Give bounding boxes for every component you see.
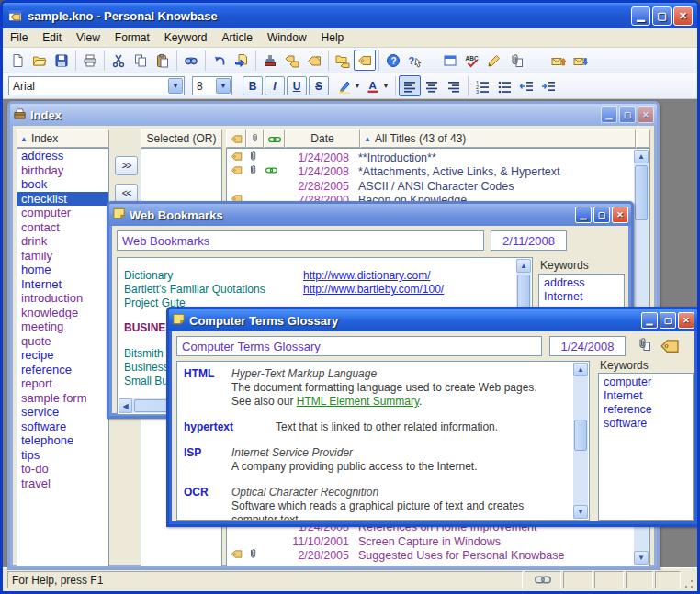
attachments-icon[interactable]	[505, 50, 527, 71]
underline-button[interactable]: U	[287, 76, 307, 95]
article-title[interactable]: Screen Capture in Windows	[353, 535, 501, 548]
keyword-item[interactable]: birthday	[17, 163, 108, 178]
spell-check-icon[interactable]: ABC	[461, 50, 483, 71]
keyword-item[interactable]: address	[17, 149, 108, 163]
keyword-item[interactable]: service	[17, 405, 108, 420]
keyword-item[interactable]: to-do	[17, 462, 108, 476]
keyword-item[interactable]: quote	[17, 334, 108, 349]
paste-icon[interactable]	[152, 50, 174, 71]
align-left-icon[interactable]	[399, 75, 421, 96]
highlight-dropdown-icon[interactable]: ▼	[354, 82, 361, 90]
font-color-icon[interactable]: A	[364, 75, 382, 96]
bookmarks-maximize-button[interactable]: ▢	[593, 207, 610, 223]
keyword-item[interactable]: Internet	[604, 389, 688, 403]
highlight-pen-icon[interactable]	[335, 75, 354, 96]
menu-item-keyword[interactable]: Keyword	[157, 29, 215, 46]
article-title[interactable]: Suggested Uses for Personal Knowbase	[353, 549, 564, 562]
article-title[interactable]: **Introduction**	[353, 151, 436, 164]
keyword-item[interactable]: knowledge	[17, 306, 108, 320]
menu-item-format[interactable]: Format	[107, 29, 157, 46]
bookmark-link[interactable]: http://www.dictionary.com/	[303, 269, 431, 283]
view-article-icon[interactable]	[354, 50, 376, 71]
scrollbar-thumb[interactable]	[517, 275, 530, 311]
outdent-icon[interactable]	[515, 75, 537, 96]
strikethrough-button[interactable]: S	[309, 76, 329, 95]
keyword-item[interactable]: computer	[17, 206, 108, 220]
index-maximize-button[interactable]: ▢	[619, 106, 636, 123]
find-icon[interactable]	[180, 50, 202, 71]
keyword-item[interactable]: meeting	[17, 319, 108, 334]
italic-button[interactable]: I	[265, 76, 285, 95]
index-minimize-button[interactable]: ▁	[601, 106, 617, 123]
keyword-item[interactable]: reference	[604, 403, 688, 417]
new-file-icon[interactable]	[6, 50, 28, 71]
table-row[interactable]: 1/24/2008**Introduction**	[227, 151, 649, 165]
glossary-link[interactable]: HTML Element Summary	[297, 395, 419, 408]
keyword-item[interactable]: Internet	[544, 290, 619, 304]
paste-date-icon[interactable]	[231, 50, 253, 71]
keyword-item[interactable]: reference	[17, 363, 108, 377]
cut-icon[interactable]	[107, 50, 130, 71]
menu-item-window[interactable]: Window	[260, 29, 314, 46]
font-name-combo[interactable]: Arial ▼	[8, 76, 185, 95]
align-center-icon[interactable]	[421, 75, 443, 96]
add-keyword-filter-button[interactable]: >>	[115, 156, 138, 175]
new-article-icon[interactable]	[332, 50, 354, 71]
scrollbar-thumb[interactable]	[574, 420, 587, 451]
article-window-icon[interactable]	[439, 50, 461, 71]
remove-keyword-filter-button[interactable]: <<	[115, 184, 138, 203]
help-icon[interactable]: ?	[382, 50, 404, 71]
merge-article-icon[interactable]	[303, 50, 325, 71]
table-row[interactable]: 2/28/2005ASCII / ANSI Character Codes	[227, 179, 649, 194]
font-size-combo[interactable]: 8 ▼	[192, 76, 232, 95]
keyword-item[interactable]: contact	[17, 220, 108, 235]
keyword-item[interactable]: address	[544, 276, 619, 290]
glossary-date-field[interactable]: 1/24/2008	[549, 336, 626, 356]
keyword-item[interactable]: Internet	[17, 277, 108, 292]
glossary-content[interactable]: HTMLHyper-Text Markup LanguageThe docume…	[176, 361, 590, 521]
open-file-icon[interactable]	[28, 50, 51, 71]
keyword-item[interactable]: travel	[17, 476, 108, 491]
keyword-item[interactable]: software	[604, 417, 688, 431]
numbered-list-icon[interactable]: 123	[471, 75, 493, 96]
attachment-column-header[interactable]	[246, 129, 264, 148]
glossary-scrollbar[interactable]: ▲ ▼	[573, 363, 588, 519]
chevron-down-icon[interactable]: ▼	[168, 78, 183, 94]
scroll-up-icon[interactable]: ▲	[516, 259, 531, 273]
scroll-up-icon[interactable]: ▲	[573, 363, 588, 376]
scroll-up-icon[interactable]: ▲	[634, 150, 649, 163]
bookmarks-title-field[interactable]: Web Bookmarks	[117, 230, 484, 251]
scroll-down-icon[interactable]: ▼	[634, 551, 649, 565]
scroll-down-icon[interactable]: ▼	[573, 505, 588, 519]
tag-column-header[interactable]	[226, 129, 246, 148]
keyword-editor-icon[interactable]	[483, 50, 505, 71]
align-right-icon[interactable]	[443, 75, 465, 96]
bold-button[interactable]: B	[243, 76, 263, 95]
keyword-item[interactable]: drink	[17, 234, 108, 249]
chevron-down-icon[interactable]: ▼	[216, 78, 231, 94]
glossary-maximize-button[interactable]: ▢	[660, 312, 676, 329]
selected-column-header[interactable]: Selected (OR)	[141, 129, 222, 148]
keyword-item[interactable]: computer	[604, 375, 688, 389]
keyword-item[interactable]: introduction	[17, 291, 108, 306]
keyword-item[interactable]: recipe	[17, 348, 108, 363]
menu-item-file[interactable]: File	[3, 29, 35, 46]
indent-icon[interactable]	[537, 75, 559, 96]
link-column-header[interactable]	[264, 129, 285, 148]
keyword-item[interactable]: book	[17, 177, 108, 192]
keyword-item[interactable]: tips	[17, 448, 108, 463]
copy-icon[interactable]	[130, 50, 152, 71]
menu-item-view[interactable]: View	[69, 29, 107, 46]
scrollbar-thumb[interactable]	[635, 165, 648, 220]
bookmarks-minimize-button[interactable]: ▁	[575, 207, 592, 223]
date-column-header[interactable]: Date	[285, 129, 360, 148]
bookmark-link[interactable]: http://www.bartleby.com/100/	[303, 283, 444, 297]
minimize-button[interactable]: ▁	[631, 6, 650, 26]
context-help-icon[interactable]: ?	[404, 50, 426, 71]
glossary-minimize-button[interactable]: ▁	[641, 312, 658, 329]
table-row[interactable]: 11/10/2001Screen Capture in Windows	[227, 534, 649, 549]
duplicate-article-icon[interactable]	[281, 50, 303, 71]
glossary-title-field[interactable]: Computer Terms Glossary	[176, 336, 542, 356]
undo-icon[interactable]	[209, 50, 231, 71]
send-article-icon[interactable]	[548, 50, 570, 71]
